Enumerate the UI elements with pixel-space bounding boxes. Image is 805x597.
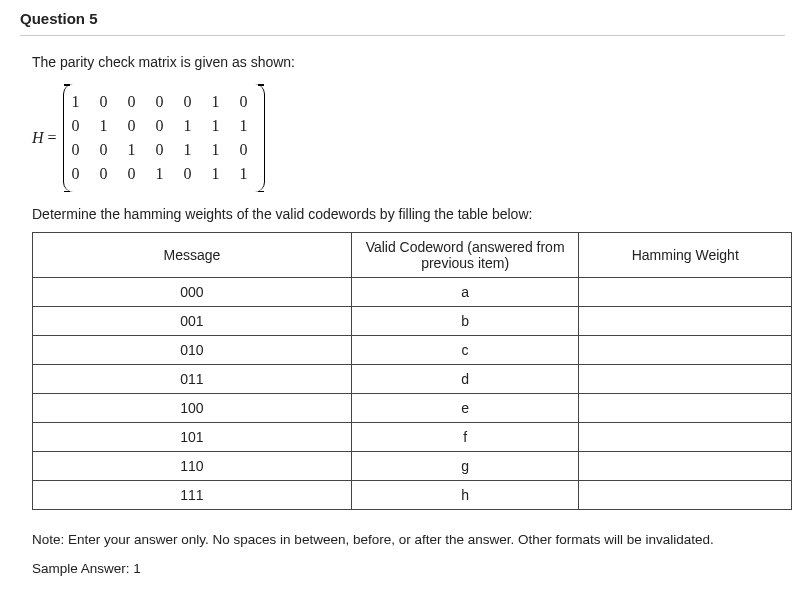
matrix-equation: H = 1 0 0 0 0 1 0 0 1 0 0 1 1 1 0 0 1 0 … <box>32 84 785 192</box>
table-row: 001 b <box>33 307 792 336</box>
cell-message: 101 <box>33 423 352 452</box>
cell-weight[interactable] <box>579 365 792 394</box>
cell-weight[interactable] <box>579 394 792 423</box>
cell-codeword: c <box>351 336 579 365</box>
cell-codeword: d <box>351 365 579 394</box>
cell-message: 111 <box>33 481 352 510</box>
table-row: 011 d <box>33 365 792 394</box>
table-row: 111 h <box>33 481 792 510</box>
cell-message: 010 <box>33 336 352 365</box>
table-row: 110 g <box>33 452 792 481</box>
matrix-body: 1 0 0 0 0 1 0 0 1 0 0 1 1 1 0 0 1 0 1 1 … <box>63 84 265 192</box>
cell-codeword: h <box>351 481 579 510</box>
matrix-label: H <box>32 129 44 147</box>
cell-codeword: g <box>351 452 579 481</box>
sample-answer: Sample Answer: 1 <box>32 561 785 576</box>
table-header-row: Message Valid Codeword (answered from pr… <box>33 233 792 278</box>
cell-codeword: e <box>351 394 579 423</box>
matrix-row: 0 0 1 0 1 1 0 <box>72 138 256 162</box>
codeword-table: Message Valid Codeword (answered from pr… <box>32 232 792 510</box>
cell-message: 100 <box>33 394 352 423</box>
cell-weight[interactable] <box>579 278 792 307</box>
question-title: Question 5 <box>20 10 785 36</box>
table-row: 000 a <box>33 278 792 307</box>
question-content: The parity check matrix is given as show… <box>20 54 785 576</box>
matrix-row: 1 0 0 0 0 1 0 <box>72 90 256 114</box>
cell-codeword: a <box>351 278 579 307</box>
cell-weight[interactable] <box>579 481 792 510</box>
cell-message: 001 <box>33 307 352 336</box>
cell-codeword: f <box>351 423 579 452</box>
cell-message: 110 <box>33 452 352 481</box>
matrix-row: 0 0 0 1 0 1 1 <box>72 162 256 186</box>
instruction-text: Determine the hamming weights of the val… <box>32 206 785 222</box>
cell-message: 000 <box>33 278 352 307</box>
cell-message: 011 <box>33 365 352 394</box>
cell-weight[interactable] <box>579 423 792 452</box>
table-row: 010 c <box>33 336 792 365</box>
cell-codeword: b <box>351 307 579 336</box>
matrix-row: 0 1 0 0 1 1 1 <box>72 114 256 138</box>
table-row: 101 f <box>33 423 792 452</box>
table-row: 100 e <box>33 394 792 423</box>
intro-text: The parity check matrix is given as show… <box>32 54 785 70</box>
cell-weight[interactable] <box>579 336 792 365</box>
header-codeword: Valid Codeword (answered from previous i… <box>351 233 579 278</box>
header-message: Message <box>33 233 352 278</box>
header-weight: Hamming Weight <box>579 233 792 278</box>
note-text: Note: Enter your answer only. No spaces … <box>32 532 785 547</box>
cell-weight[interactable] <box>579 307 792 336</box>
cell-weight[interactable] <box>579 452 792 481</box>
equals-sign: = <box>48 129 57 147</box>
